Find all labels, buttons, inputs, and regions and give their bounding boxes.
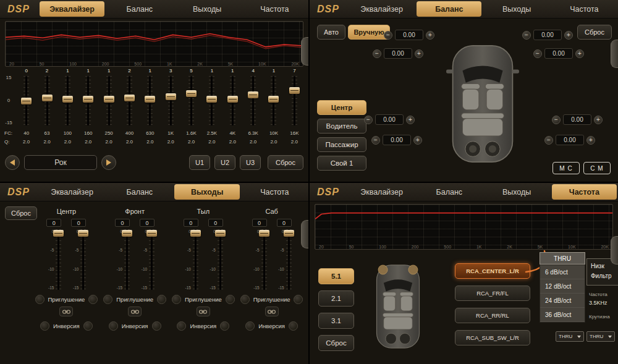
- output-slider[interactable]: [193, 229, 198, 290]
- slider-thumb[interactable]: [104, 96, 114, 103]
- invert-toggle-left[interactable]: [177, 321, 186, 331]
- mode-button-5.1[interactable]: 5.1: [318, 268, 354, 284]
- eq-band-slider[interactable]: [188, 76, 194, 125]
- slope-option[interactable]: 24 dB/oct: [540, 294, 585, 308]
- user-preset-2[interactable]: U3: [240, 155, 261, 170]
- slider-thumb[interactable]: [42, 95, 53, 101]
- tab-2[interactable]: Выходы: [484, 1, 549, 17]
- link-channels-button[interactable]: [265, 307, 279, 316]
- freq-combo[interactable]: THRU: [556, 331, 584, 342]
- rca-button-2[interactable]: RCA_RR/RL: [455, 308, 530, 323]
- slider-thumb[interactable]: [190, 230, 201, 237]
- tab-2[interactable]: Выходы: [484, 184, 549, 200]
- tab-2[interactable]: Выходы: [174, 184, 239, 200]
- minus-button[interactable]: −: [522, 31, 531, 40]
- slider-thumb[interactable]: [62, 96, 73, 103]
- tab-3[interactable]: Частота: [242, 184, 307, 200]
- slider-thumb[interactable]: [146, 230, 157, 237]
- mute-toggle-right[interactable]: [88, 295, 98, 304]
- tab-3[interactable]: Частота: [552, 1, 617, 17]
- minus-button[interactable]: −: [364, 116, 373, 124]
- mute-toggle-right[interactable]: [294, 295, 303, 304]
- slider-thumb[interactable]: [248, 91, 258, 98]
- slider-thumb[interactable]: [21, 98, 32, 104]
- plus-button[interactable]: +: [575, 49, 584, 58]
- rca-button-1[interactable]: RCA_FR/FL: [455, 286, 530, 301]
- slider-thumb[interactable]: [83, 96, 93, 103]
- cm-button[interactable]: C M: [583, 162, 611, 174]
- slider-thumb[interactable]: [259, 230, 269, 237]
- side-panel-handle[interactable]: [301, 37, 308, 66]
- balance-reset-button[interactable]: Сброс: [577, 25, 612, 40]
- minus-button[interactable]: −: [371, 136, 380, 145]
- output-slider[interactable]: [124, 229, 130, 290]
- output-slider[interactable]: [261, 229, 267, 290]
- invert-toggle-left[interactable]: [109, 321, 118, 331]
- mute-toggle-left[interactable]: [240, 295, 250, 304]
- eq-band-slider[interactable]: [209, 76, 214, 125]
- output-slider[interactable]: [218, 229, 223, 290]
- position-button-3[interactable]: Свой 1: [317, 156, 366, 171]
- auto-button[interactable]: Авто: [317, 25, 345, 40]
- slider-thumb[interactable]: [122, 230, 132, 237]
- minus-button[interactable]: −: [533, 49, 542, 58]
- slider-thumb[interactable]: [53, 230, 64, 237]
- user-preset-1[interactable]: U2: [214, 155, 235, 170]
- tab-1[interactable]: Баланс: [417, 184, 481, 200]
- slider-thumb[interactable]: [284, 230, 294, 237]
- tab-1[interactable]: Баланс: [107, 1, 172, 17]
- freq-reset-button[interactable]: Сброс: [318, 335, 354, 351]
- slope-option[interactable]: 12 dB/oct: [540, 279, 585, 294]
- plus-button[interactable]: +: [426, 31, 434, 40]
- minus-button[interactable]: −: [544, 136, 553, 145]
- tab-1[interactable]: Баланс: [417, 1, 481, 17]
- invert-toggle-right[interactable]: [83, 321, 93, 331]
- invert-toggle-left[interactable]: [245, 321, 255, 331]
- invert-toggle-left[interactable]: [40, 321, 49, 331]
- preset-display[interactable]: Рок: [24, 155, 97, 170]
- slope-option[interactable]: 36 dB/oct: [540, 308, 585, 322]
- mute-toggle-right[interactable]: [157, 295, 166, 304]
- mute-toggle-left[interactable]: [35, 295, 44, 304]
- tab-2[interactable]: Выходы: [174, 1, 239, 17]
- position-button-0[interactable]: Центр: [317, 100, 366, 115]
- mute-toggle-left[interactable]: [172, 295, 181, 304]
- tab-0[interactable]: Эквалайзер: [40, 184, 104, 200]
- eq-band-slider[interactable]: [250, 76, 256, 125]
- slider-thumb[interactable]: [166, 93, 176, 100]
- mute-toggle-left[interactable]: [103, 295, 112, 304]
- rca-button-3[interactable]: RCA_SUB_SW_L/R: [455, 330, 530, 345]
- rca-button-0[interactable]: RCA_CENTER_L/R: [455, 263, 530, 279]
- position-button-1[interactable]: Водитель: [317, 119, 366, 133]
- tab-3[interactable]: Частота: [242, 1, 307, 17]
- link-channels-button[interactable]: [197, 307, 210, 316]
- output-slider[interactable]: [80, 229, 86, 290]
- tab-3[interactable]: Частота: [552, 184, 617, 200]
- eq-band-slider[interactable]: [127, 76, 132, 125]
- mode-button-3.1[interactable]: 3.1: [318, 313, 354, 329]
- invert-toggle-right[interactable]: [152, 321, 161, 331]
- tab-0[interactable]: Эквалайзер: [349, 184, 414, 200]
- eq-band-slider[interactable]: [168, 76, 174, 125]
- next-preset-button[interactable]: [101, 155, 116, 170]
- slider-thumb[interactable]: [124, 95, 135, 101]
- slider-thumb[interactable]: [206, 96, 217, 103]
- tab-1[interactable]: Баланс: [107, 184, 172, 200]
- side-panel-handle[interactable]: [301, 220, 308, 248]
- prev-preset-button[interactable]: [5, 155, 20, 170]
- minus-button[interactable]: −: [384, 31, 392, 40]
- side-panel-handle[interactable]: [611, 40, 618, 68]
- eq-band-slider[interactable]: [44, 76, 50, 125]
- eq-reset-button[interactable]: Сброс: [268, 155, 303, 170]
- user-preset-0[interactable]: U1: [189, 155, 210, 170]
- link-channels-button[interactable]: [128, 307, 142, 316]
- minus-button[interactable]: −: [552, 116, 561, 124]
- slope-select[interactable]: THRU: [540, 252, 585, 265]
- eq-band-slider[interactable]: [23, 76, 29, 125]
- output-slider[interactable]: [149, 229, 154, 290]
- slider-thumb[interactable]: [145, 96, 155, 103]
- plus-button[interactable]: +: [415, 49, 423, 58]
- output-slider[interactable]: [56, 229, 61, 290]
- link-channels-button[interactable]: [59, 307, 73, 316]
- slider-thumb[interactable]: [186, 90, 197, 97]
